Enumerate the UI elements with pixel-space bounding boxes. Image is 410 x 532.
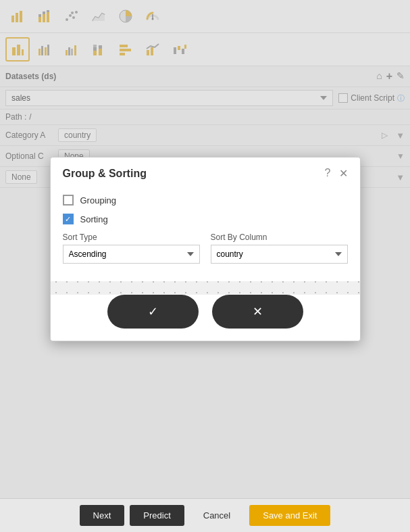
cancel-button[interactable]: Cancel: [190, 505, 244, 526]
sorting-row: ✓ Sorting: [63, 214, 348, 224]
sort-by-label: Sort By Column: [211, 233, 348, 242]
modal-header: Group & Sorting ? ✕: [51, 158, 360, 187]
sort-type-select[interactable]: Ascending Descending: [63, 245, 200, 264]
cancel-icon: ✕: [253, 304, 263, 319]
modal-header-icons: ? ✕: [325, 167, 348, 180]
sort-type-col: Sort Type Ascending Descending: [63, 233, 200, 264]
sort-by-col: Sort By Column country sales: [211, 233, 348, 264]
grouping-checkbox[interactable]: [63, 195, 74, 205]
next-button[interactable]: Next: [80, 505, 125, 526]
modal-title: Group & Sorting: [63, 168, 147, 180]
confirm-icon: ✓: [148, 304, 158, 319]
modal-buttons: ✓ ✕: [51, 295, 360, 341]
modal-close-icon[interactable]: ✕: [339, 167, 348, 180]
modal-cancel-button[interactable]: ✕: [212, 295, 303, 329]
sorting-checkbox[interactable]: ✓: [63, 214, 74, 224]
modal-content: Group & Sorting ? ✕ Grouping ✓ Sorting: [51, 158, 360, 341]
sort-type-label: Sort Type: [63, 233, 200, 242]
grouping-row: Grouping: [63, 195, 348, 205]
modal-confirm-button[interactable]: ✓: [107, 295, 199, 329]
predict-button[interactable]: Predict: [130, 505, 184, 526]
save-exit-button[interactable]: Save and Exit: [249, 505, 330, 526]
sort-section: Sort Type Ascending Descending Sort By C…: [63, 233, 348, 264]
sorting-label: Sorting: [80, 214, 108, 224]
modal-overlay: Group & Sorting ? ✕ Grouping ✓ Sorting: [0, 0, 410, 498]
sort-row: Sort Type Ascending Descending Sort By C…: [63, 233, 348, 264]
bottom-bar: Next Predict Cancel Save and Exit: [0, 498, 410, 532]
modal-body: Grouping ✓ Sorting Sort Type Ascending: [51, 187, 360, 281]
sort-by-select[interactable]: country sales: [211, 245, 348, 264]
modal-help-icon[interactable]: ?: [325, 167, 331, 180]
grouping-label: Grouping: [80, 195, 116, 205]
group-sorting-modal: Group & Sorting ? ✕ Grouping ✓ Sorting: [50, 157, 361, 341]
